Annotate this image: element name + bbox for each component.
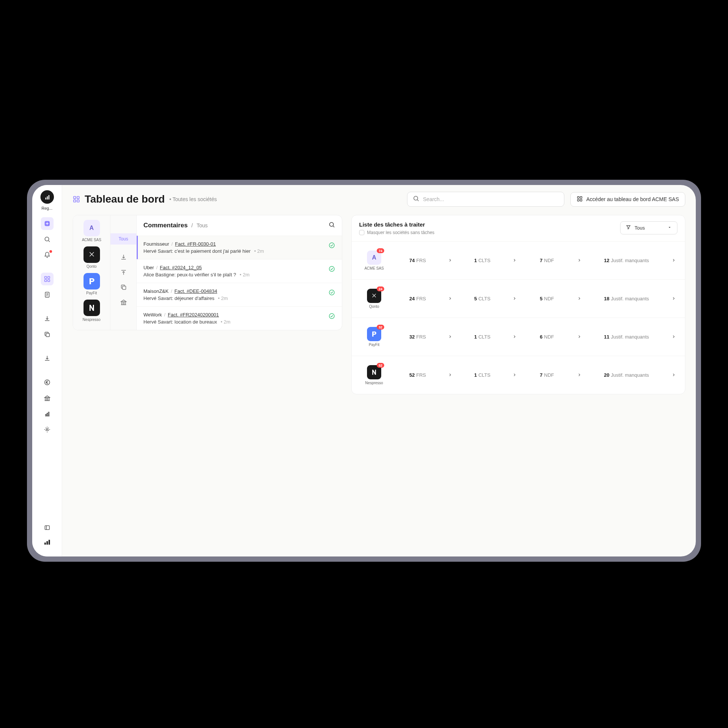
svg-rect-18 — [46, 541, 48, 544]
svg-rect-28 — [580, 199, 582, 201]
page-subtitle: • Toutes les sociétés — [169, 196, 217, 202]
comment-ref[interactable]: Fact. #FR20240200001 — [168, 312, 219, 318]
task-company: 32 PayFit — [359, 327, 389, 347]
nav-search[interactable] — [41, 233, 54, 246]
company-name: ACME SAS — [82, 238, 101, 242]
checkbox-icon[interactable] — [359, 230, 364, 235]
company-payfit[interactable]: PayFit — [84, 273, 100, 295]
task-row-qonto[interactable]: 24 Qonto 24FRS 5CLTS 5NDF 18Justif. manq… — [352, 279, 685, 318]
nav-bank[interactable] — [41, 392, 54, 404]
svg-point-24 — [414, 196, 418, 200]
svg-rect-23 — [77, 200, 80, 202]
svg-rect-27 — [577, 199, 579, 201]
chevron-down-icon — [667, 225, 672, 231]
task-row-payfit[interactable]: 32 PayFit 32FRS 1CLTS 6NDF 11Justif. man… — [352, 318, 685, 356]
company-qonto[interactable]: Qonto — [84, 246, 100, 269]
comment-row[interactable]: WeWork / Fact. #FR20240200001 Hervé Sava… — [137, 306, 342, 330]
hide-empty-toggle[interactable]: Masquer les sociétés sans tâches — [359, 230, 434, 235]
chevron-right-icon — [670, 257, 678, 264]
comment-source: MaisonZ&K — [144, 288, 168, 294]
filter-upload-icon[interactable] — [110, 265, 136, 280]
svg-rect-19 — [48, 540, 50, 545]
filter-download-icon[interactable] — [110, 250, 136, 265]
nav-copy[interactable] — [41, 328, 54, 341]
task-badge: 24 — [377, 286, 384, 291]
page-title: Tableau de bord — [85, 193, 165, 205]
access-button-label: Accéder au tableau de bord ACME SAS — [586, 196, 679, 202]
task-company: 24 Qonto — [359, 289, 389, 309]
svg-rect-10 — [46, 333, 49, 336]
svg-point-34 — [329, 314, 334, 319]
chevron-right-icon — [511, 257, 518, 264]
nav-dashboard[interactable] — [41, 273, 54, 285]
svg-rect-21 — [77, 197, 80, 199]
task-logo: 32 — [367, 327, 381, 341]
task-row-nesp[interactable]: 52 Nespresso 52FRS 1CLTS 7NDF 20Justif. … — [352, 356, 685, 394]
filter-copy-icon[interactable] — [110, 280, 136, 295]
check-circle-icon[interactable] — [329, 313, 335, 321]
nav-reports[interactable] — [41, 407, 54, 420]
comment-row[interactable]: Fournisseur / Fact. #FR-0030-01 Hervé Sa… — [137, 236, 342, 259]
company-logo: A — [84, 220, 100, 236]
nav-euro[interactable] — [41, 376, 54, 389]
global-search[interactable] — [407, 192, 564, 207]
svg-rect-29 — [122, 286, 126, 289]
svg-point-32 — [329, 266, 334, 272]
chevron-right-icon — [576, 372, 583, 379]
svg-point-4 — [45, 237, 49, 241]
chevron-right-icon — [447, 372, 454, 379]
comment-row[interactable]: MaisonZ&K / Fact. #DEE-004834 Hervé Sava… — [137, 283, 342, 306]
sidebar-brand-icon — [43, 538, 51, 548]
filter-all[interactable]: Tous — [110, 233, 136, 245]
nav-settings[interactable] — [41, 423, 54, 436]
company-acme[interactable]: A ACME SAS — [82, 220, 101, 242]
comment-ref[interactable]: Fact. #DEE-004834 — [174, 288, 217, 294]
comment-ref[interactable]: Fact. #FR-0030-01 — [175, 241, 216, 247]
chevron-right-icon — [576, 334, 583, 340]
nav-collapse[interactable] — [41, 521, 54, 534]
svg-rect-5 — [44, 276, 46, 278]
comments-search-icon[interactable] — [329, 221, 335, 229]
check-circle-icon[interactable] — [329, 242, 335, 250]
nav-export[interactable] — [41, 352, 54, 365]
chevron-right-icon — [447, 334, 454, 340]
comment-ref[interactable]: Fact. #2024_12_05 — [160, 265, 202, 271]
comment-text: Hervé Savart: c'est le paiement dont j'a… — [144, 248, 325, 254]
check-circle-icon[interactable] — [329, 289, 335, 297]
svg-rect-7 — [44, 280, 46, 281]
chevron-right-icon — [576, 295, 583, 302]
svg-point-30 — [330, 222, 334, 226]
check-circle-icon[interactable] — [329, 266, 335, 274]
nav-document[interactable] — [41, 288, 54, 301]
svg-rect-16 — [45, 526, 49, 530]
task-logo: 52 — [367, 365, 381, 379]
chevron-right-icon — [447, 295, 454, 302]
chevron-right-icon — [447, 257, 454, 264]
comment-source: WeWork — [144, 312, 162, 318]
company-nesp[interactable]: Nespresso — [83, 300, 101, 322]
comment-row[interactable]: Uber / Fact. #2024_12_05 Alice Bastigne:… — [137, 259, 342, 283]
svg-rect-13 — [47, 413, 47, 416]
app-logo[interactable] — [40, 190, 54, 204]
search-input[interactable] — [423, 196, 559, 202]
task-company: A74 ACME SAS — [359, 251, 389, 271]
tasks-filter-dropdown[interactable]: Tous — [620, 221, 678, 234]
nav-add[interactable] — [41, 217, 54, 230]
company-column: A ACME SAS Qonto PayFit Nespresso — [73, 215, 110, 330]
nav-notifications[interactable] — [41, 249, 54, 262]
svg-rect-26 — [580, 197, 582, 199]
task-logo: 24 — [367, 289, 381, 303]
svg-rect-12 — [45, 414, 46, 416]
chevron-right-icon — [576, 257, 583, 264]
comments-breadcrumb: Tous — [197, 222, 208, 228]
svg-point-31 — [329, 243, 334, 248]
search-icon — [413, 195, 419, 203]
chevron-right-icon — [670, 295, 678, 302]
nav-download[interactable] — [41, 312, 54, 325]
svg-point-33 — [329, 290, 334, 295]
filter-bank-icon[interactable] — [110, 295, 136, 310]
svg-rect-1 — [47, 196, 48, 199]
access-dashboard-button[interactable]: Accéder au tableau de bord ACME SAS — [570, 192, 685, 207]
grid-icon — [577, 196, 583, 203]
task-row-acme[interactable]: A74 ACME SAS 74FRS 1CLTS 7NDF 12Justif. … — [352, 241, 685, 279]
